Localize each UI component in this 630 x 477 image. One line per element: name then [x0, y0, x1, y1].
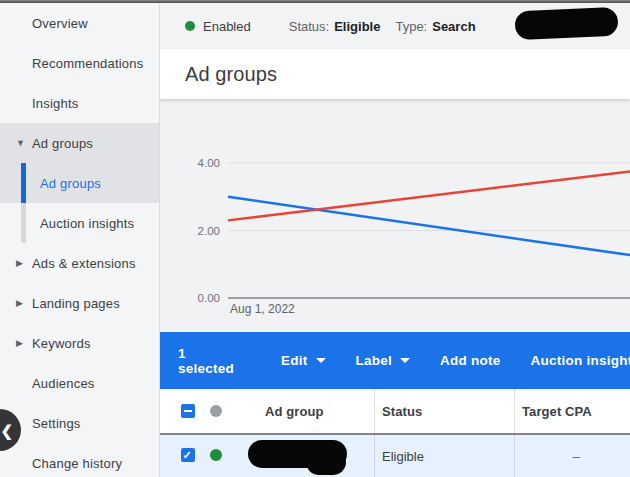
y-axis-tick-label: 0.00 [198, 292, 220, 304]
sidebar-item-label: Ad groups [32, 136, 93, 151]
campaign-status-bar: Enabled Status: Eligible Type: Search Bu… [160, 3, 630, 49]
selected-indicator-bar [21, 163, 26, 203]
sidebar-item-overview[interactable]: Overview [0, 3, 159, 43]
chevron-down-icon: ▼ [16, 138, 25, 148]
sidebar-item-change-history[interactable]: Change history [0, 443, 159, 477]
auction-insights-label: Auction insights [531, 353, 630, 368]
enabled-status[interactable]: Enabled [203, 19, 251, 34]
sidebar-item-label: Recommendations [32, 56, 143, 71]
column-header-ad-group[interactable]: Ad group [265, 404, 324, 419]
sidebar-item-insights[interactable]: Insights [0, 83, 159, 123]
window-top-strip [0, 0, 630, 3]
edit-menu-label: Edit [281, 353, 308, 368]
sidebar-item-ad-groups[interactable]: ▼ Ad groups [0, 123, 159, 163]
select-all-checkbox[interactable] [181, 404, 195, 418]
sidebar-subitem-auction-insights[interactable]: Auction insights [0, 203, 159, 243]
y-axis-tick-label: 2.00 [198, 225, 220, 237]
chevron-right-icon: ▶ [16, 258, 23, 268]
column-divider [374, 389, 375, 433]
selection-toolbar: 1 selected Edit Label Add note Auction i… [160, 332, 630, 389]
table-row[interactable]: Eligible – [160, 435, 630, 477]
add-note-label: Add note [440, 353, 501, 368]
auction-insights-button[interactable]: Auction insights [531, 353, 630, 368]
sidebar-item-label: Change history [32, 456, 122, 471]
sidebar-item-label: Ad groups [40, 176, 101, 191]
sidebar-subitem-ad-groups[interactable]: Ad groups [0, 163, 159, 203]
back-arrow-icon: ❮ [0, 423, 13, 438]
dropdown-caret-icon [316, 358, 326, 363]
status-label: Status: [289, 19, 329, 34]
row-status-value: Eligible [382, 449, 424, 464]
sidebar-item-landing-pages[interactable]: ▶ Landing pages [0, 283, 159, 323]
column-divider [374, 435, 375, 477]
chevron-right-icon: ▶ [16, 298, 23, 308]
performance-chart: 0.002.004.00Aug 1, 2022 [160, 99, 630, 332]
sidebar-item-label: Ads & extensions [32, 256, 136, 271]
sidebar-item-audiences[interactable]: Audiences [0, 363, 159, 403]
status-dot-filter-icon[interactable] [210, 405, 222, 417]
status-value: Eligible [334, 19, 380, 34]
redaction-blob-ad-group-name [248, 440, 347, 468]
sidebar-item-keywords[interactable]: ▶ Keywords [0, 323, 159, 363]
type-value: Search [432, 19, 475, 34]
label-menu-button[interactable]: Label [356, 353, 411, 368]
page-title: Ad groups [185, 63, 277, 86]
chart-line-red-metric [228, 171, 630, 220]
sidebar-item-settings[interactable]: Settings [0, 403, 159, 443]
chart-line-blue-metric [228, 197, 630, 255]
label-menu-label: Label [356, 353, 393, 368]
dropdown-caret-icon [400, 358, 410, 363]
selected-count: 1 selected [178, 346, 234, 376]
sidebar-item-label: Overview [32, 16, 88, 31]
subnav-rail [21, 203, 26, 243]
enabled-status-dot-icon [185, 21, 195, 31]
sidebar-item-label: Settings [32, 416, 81, 431]
row-enabled-dot-icon [210, 449, 222, 461]
y-axis-tick-label: 4.00 [198, 157, 220, 169]
x-axis-tick-label: Aug 1, 2022 [230, 302, 295, 316]
add-note-button[interactable]: Add note [440, 353, 501, 368]
redaction-blob-budget [514, 7, 618, 40]
page-header: Ad groups [160, 49, 630, 99]
campaign-sidebar: Overview Recommendations Insights ▼ Ad g… [0, 3, 160, 477]
row-target-cpa-value: – [565, 449, 587, 464]
sidebar-item-label: Insights [32, 96, 78, 111]
row-checkbox[interactable] [181, 448, 195, 462]
column-header-status[interactable]: Status [382, 404, 422, 419]
sidebar-item-label: Audiences [32, 376, 95, 391]
sidebar-item-label: Keywords [32, 336, 91, 351]
sidebar-item-ads-extensions[interactable]: ▶ Ads & extensions [0, 243, 159, 283]
column-divider [514, 389, 515, 433]
chevron-right-icon: ▶ [16, 338, 23, 348]
table-header: Ad group Status Target CPA [160, 389, 630, 435]
column-header-target-cpa[interactable]: Target CPA [522, 404, 592, 419]
sidebar-item-label: Auction insights [40, 216, 134, 231]
column-divider [514, 435, 515, 477]
main-panel: Enabled Status: Eligible Type: Search Bu… [160, 3, 630, 477]
sidebar-item-recommendations[interactable]: Recommendations [0, 43, 159, 83]
edit-menu-button[interactable]: Edit [281, 353, 326, 368]
sidebar-item-label: Landing pages [32, 296, 120, 311]
type-label: Type: [395, 19, 427, 34]
